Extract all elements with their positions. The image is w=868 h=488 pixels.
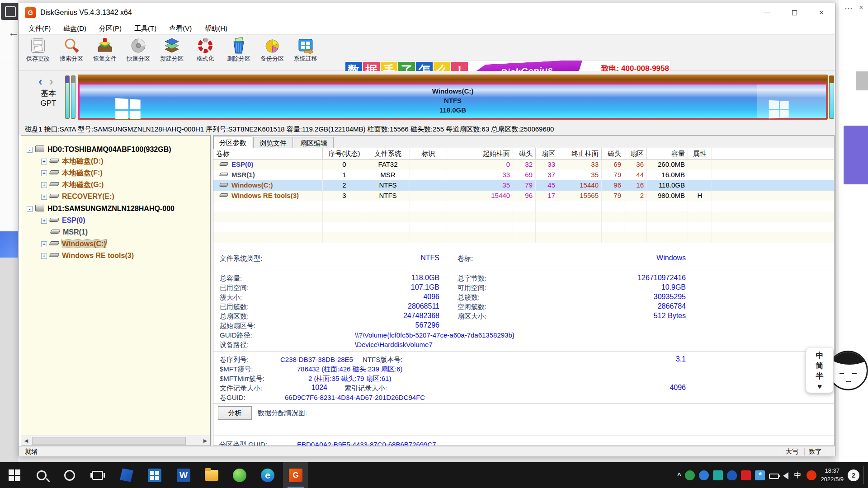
table-row-msr[interactable]: MSR(1) 1 MSR 33 69 37 35 79 44 16.0MB [213,170,834,180]
ime-halfwidth-button[interactable]: 半 [806,371,833,381]
expander-icon[interactable]: + [41,182,47,188]
show-desktop-button[interactable] [863,466,865,484]
expander-icon[interactable]: - [27,206,33,212]
quick-partition-button[interactable]: 快速分区 [122,36,155,70]
recover-files-button[interactable]: 恢复文件 [88,36,122,70]
tree-horizontal-scrollbar[interactable]: ◀ ▶ [21,436,210,446]
expander-icon[interactable]: - [27,147,33,153]
tree-item-hd0[interactable]: -HD0:TOSHIBAMQ04ABF100(932GB) [27,144,171,155]
detail-value: 4096 [304,293,439,301]
new-partition-button[interactable]: 新建分区 [155,36,189,70]
taskbar-diskgenius-active[interactable]: G [283,462,308,488]
menu-view[interactable]: 查看(V) [163,22,198,34]
tray-snowflake-icon[interactable]: * [755,470,765,480]
minimize-button[interactable] [754,3,781,22]
tray-teal-icon[interactable] [713,470,723,480]
pinned-app-green[interactable] [227,462,252,488]
pinned-app-1[interactable] [114,462,139,488]
col-attr: 属性 [688,148,712,159]
tree-item-windows-c[interactable]: +Windows(C:) [41,238,106,249]
pinned-word[interactable]: W [171,462,196,488]
pinned-explorer[interactable] [199,462,224,488]
mft-value: 786432 (柱面:426 磁头:239 扇区:6) [297,365,402,374]
ime-lang-button[interactable]: 中 [806,350,833,361]
tray-red-flag-icon[interactable] [741,470,751,480]
tab-browse-files[interactable]: 浏览文件 [253,137,293,148]
ime-toolbar[interactable]: 中 简 半 ♥ [806,347,834,393]
menu-partition[interactable]: 分区(P) [93,22,128,34]
delete-partition-button[interactable]: 删除分区 [222,36,255,70]
tree-item-local-d[interactable]: +本地磁盘(D:) [41,155,104,167]
format-button[interactable]: 格式化 [189,36,222,70]
system-migration-button[interactable]: 系统迁移 [289,36,322,70]
pinned-edge[interactable]: e [255,462,280,488]
scroll-right-icon[interactable]: ▶ [200,436,210,446]
tree-item-hd1[interactable]: -HD1:SAMSUNGMZNLN128HAHQ-000 [27,203,175,214]
tray-expand-icon[interactable]: ^ [677,472,681,479]
taskbar-clock[interactable]: 18:37 2022/5/9 [821,467,844,484]
partition-sliver-re[interactable] [829,75,834,119]
tab-partition-params[interactable]: 分区参数 [213,136,252,149]
browser-menu-icon[interactable]: ⋯ [844,4,853,14]
volume-icon[interactable] [783,472,788,479]
tree-item-windows-re[interactable]: +Windows RE tools(3) [41,250,134,261]
tray-qq-icon[interactable] [727,470,737,480]
tab-sector-edit[interactable]: 扇区编辑 [294,137,334,148]
next-disk-chevron-icon[interactable]: › [49,75,53,89]
cortana-button[interactable] [57,462,82,488]
back-arrow-icon[interactable]: ← [8,26,19,39]
menu-tools[interactable]: 工具(T) [128,22,163,34]
menu-help[interactable]: 帮助(H) [198,22,234,34]
word-icon: W [177,469,190,482]
tree-item-esp[interactable]: +ESP(0) [41,215,85,226]
ime-simplified-button[interactable]: 简 [806,361,833,371]
tree-item-local-f[interactable]: +本地磁盘(F:) [41,167,103,178]
partition-bar-windows-c[interactable]: Windows(C:) NTFS 118.0GB [78,75,828,120]
expander-icon[interactable]: + [41,218,47,224]
taskbar-search-button[interactable] [29,462,54,488]
tree-item-recovery-e[interactable]: +RECOVERY(E:) [41,191,114,202]
tray-shield-icon[interactable] [685,470,695,480]
ime-indicator[interactable]: 中 [793,470,802,480]
partition-detail-panel: 分区参数 浏览文件 扇区编辑 卷标 序号(状态) 文件系统 标识 起始柱面 磁头… [213,135,835,446]
ime-heart-icon[interactable]: ♥ [806,381,833,392]
detail-value: 118.0GB [304,274,439,282]
tray-blue-icon[interactable] [699,470,709,480]
device-path-value: \Device\HarddiskVolume7 [355,340,433,349]
browser-close-icon[interactable]: × [859,4,863,12]
table-row-windows-c-selected[interactable]: Windows(C:) 2 NTFS 35 79 45 15440 96 16 … [213,180,834,191]
battery-icon[interactable] [769,474,779,479]
expander-icon[interactable]: + [41,194,47,200]
expander-icon[interactable]: + [41,241,47,247]
app-logo-icon: G [25,7,36,18]
menu-disk[interactable]: 磁盘(D) [57,22,93,34]
expander-icon[interactable]: + [41,170,47,176]
search-partition-button[interactable]: 搜索分区 [55,36,88,70]
analyze-button[interactable]: 分析 [218,406,252,420]
mft-label: $MFT簇号: [220,365,253,374]
close-button[interactable]: × [808,3,835,22]
pinned-store[interactable] [142,462,167,488]
task-view-button[interactable] [85,462,110,488]
scrollbar-thumb[interactable] [32,437,186,445]
maximize-button[interactable] [781,3,808,22]
menu-file[interactable]: 文件(F) [22,22,57,34]
tree-item-msr[interactable]: MSR(1) [51,226,88,238]
detail-value: 28068511 [304,302,439,310]
partition-sliver-esp[interactable] [65,75,70,119]
background-tab-icon[interactable] [1,3,19,20]
table-row-esp[interactable]: ESP(0) 0 FAT32 0 32 33 33 69 36 260.0MB [213,160,834,170]
start-button[interactable] [2,462,27,488]
notification-badge[interactable]: 2 [848,469,859,481]
partition-sliver-msr[interactable] [71,75,75,119]
save-changes-button[interactable]: 保存更改 [21,36,55,70]
expander-icon[interactable]: + [41,159,47,164]
table-row-windows-re[interactable]: Windows RE tools(3) 3 NTFS 15440 96 17 1… [213,191,834,201]
scroll-left-icon[interactable]: ◀ [21,436,31,446]
prev-disk-chevron-icon[interactable]: ‹ [38,75,42,89]
ntfs-version-value: 3.1 [550,355,686,363]
tree-item-local-g[interactable]: +本地磁盘(G:) [41,179,104,190]
expander-icon[interactable]: + [41,253,47,259]
tray-red-app-icon[interactable] [807,470,816,480]
backup-partition-button[interactable]: 备份分区 [255,36,289,70]
